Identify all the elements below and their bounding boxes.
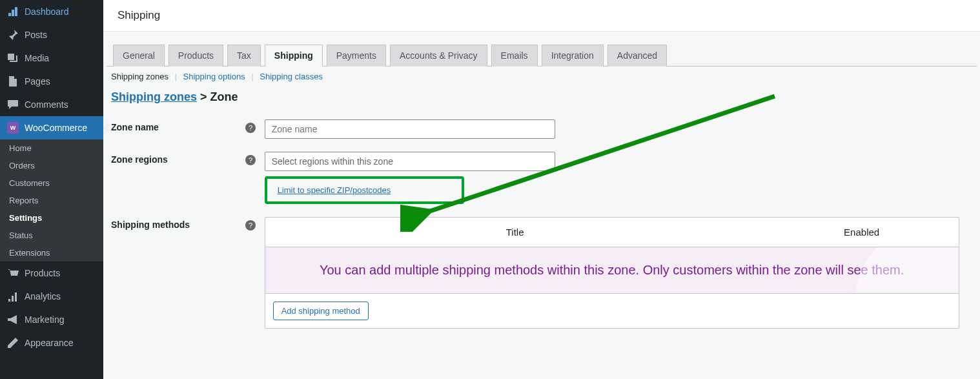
tab-products[interactable]: Products [168,45,223,67]
tab-advanced[interactable]: Advanced [607,45,667,67]
help-icon[interactable]: ? [245,155,256,165]
help-icon[interactable]: ? [245,220,256,230]
pages-icon [6,75,19,88]
submenu-settings[interactable]: Settings [0,209,103,227]
tab-emails[interactable]: Emails [491,45,538,67]
sidebar-label: WooCommerce [25,123,87,133]
media-icon [6,52,19,65]
sidebar-label: Media [25,53,49,63]
submenu-status[interactable]: Status [0,227,103,244]
zone-form: Zone name ? Zone regions ? Select region… [103,113,980,335]
sidebar-label: Marketing [25,314,64,325]
breadcrumb: Shipping zones > Zone [103,87,980,113]
submenu-orders[interactable]: Orders [0,157,103,174]
marketing-icon [6,313,19,326]
subnav-classes[interactable]: Shipping classes [260,72,323,81]
sub-navigation: Shipping zones | Shipping options | Ship… [103,67,980,87]
sidebar-item-appearance[interactable]: Appearance [0,331,103,354]
products-icon [6,267,19,280]
zone-name-input[interactable] [265,119,555,139]
sidebar-label: Analytics [25,291,61,302]
sidebar-label: Comments [25,99,68,110]
woocommerce-submenu: Home Orders Customers Reports Settings S… [0,139,103,261]
tab-integration[interactable]: Integration [542,45,604,67]
tab-shipping[interactable]: Shipping [265,45,323,67]
page-header: Shipping [103,0,980,32]
sidebar-label: Dashboard [25,6,69,17]
limit-postcodes-link[interactable]: Limit to specific ZIP/postcodes [278,185,391,195]
admin-sidebar: Dashboard Posts Media Pages Comments W W… [0,0,103,379]
methods-empty-message: You can add multiple shipping methods wi… [265,247,959,294]
add-shipping-method-button[interactable]: Add shipping method [273,302,369,320]
zone-regions-select[interactable]: Select regions within this zone [265,152,555,171]
col-title: Title [265,218,765,247]
limit-postcodes-highlight: Limit to specific ZIP/postcodes [265,176,465,204]
submenu-reports[interactable]: Reports [0,192,103,209]
shipping-methods-label: Shipping methods [103,210,239,335]
subnav-options[interactable]: Shipping options [183,72,245,81]
pin-icon [6,28,19,41]
zone-name-label: Zone name [103,113,239,145]
zone-regions-label: Zone regions [103,145,239,210]
main-content: Shipping General Products Tax Shipping P… [103,0,980,379]
sidebar-item-posts[interactable]: Posts [0,23,103,46]
sidebar-label: Appearance [25,338,74,348]
tab-accounts[interactable]: Accounts & Privacy [390,45,487,67]
sidebar-item-analytics[interactable]: Analytics [0,285,103,308]
sidebar-item-products[interactable]: Products [0,261,103,285]
separator: | [175,72,177,81]
tab-tax[interactable]: Tax [227,45,261,67]
comments-icon [6,98,19,111]
dashboard-icon [6,5,19,18]
help-icon[interactable]: ? [245,123,256,133]
sidebar-label: Pages [25,76,50,87]
separator: | [251,72,253,81]
sidebar-item-media[interactable]: Media [0,46,103,70]
sidebar-item-dashboard[interactable]: Dashboard [0,0,103,23]
breadcrumb-current: Zone [210,90,238,103]
subnav-zones[interactable]: Shipping zones [111,72,168,81]
settings-tabs: General Products Tax Shipping Payments A… [107,45,977,67]
tab-general[interactable]: General [113,45,165,67]
sidebar-item-pages[interactable]: Pages [0,70,103,93]
methods-footer: Add shipping method [265,294,959,329]
sidebar-item-comments[interactable]: Comments [0,93,103,116]
submenu-home[interactable]: Home [0,139,103,157]
sidebar-label: Products [25,268,60,278]
submenu-extensions[interactable]: Extensions [0,244,103,261]
tab-payments[interactable]: Payments [327,45,386,67]
col-enabled: Enabled [765,218,959,247]
breadcrumb-zones-link[interactable]: Shipping zones [111,90,197,103]
methods-header-row: Title Enabled [265,217,959,247]
appearance-icon [6,336,19,349]
woocommerce-icon: W [6,121,19,134]
shipping-methods-table: Title Enabled You can add multiple shipp… [265,217,959,329]
page-title: Shipping [117,9,160,21]
sidebar-label: Posts [25,30,47,40]
breadcrumb-sep: > [197,90,210,103]
submenu-customers[interactable]: Customers [0,174,103,192]
sidebar-item-marketing[interactable]: Marketing [0,308,103,331]
sidebar-item-woocommerce[interactable]: W WooCommerce [0,116,103,139]
analytics-icon [6,290,19,303]
